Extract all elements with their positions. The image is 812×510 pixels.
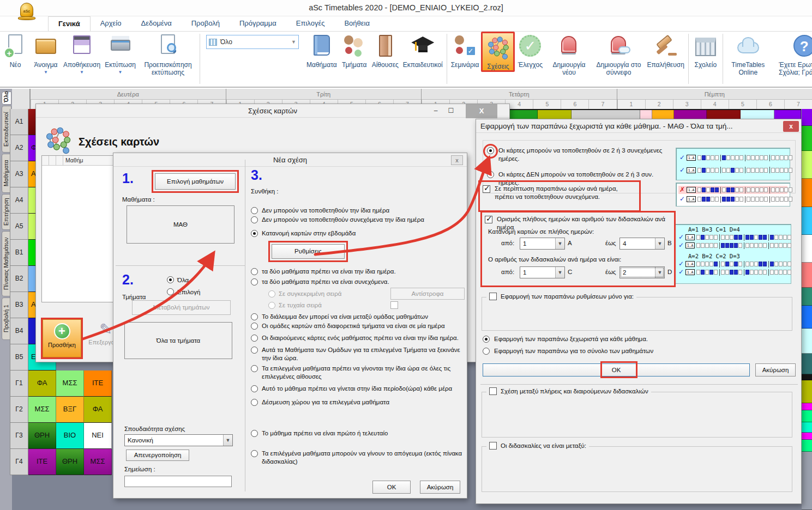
menu-tab-4[interactable]: Πρόγραμμα bbox=[230, 16, 286, 31]
classes-value-box[interactable]: Όλα τα τμήματα bbox=[124, 322, 232, 359]
radio-apply-each[interactable]: Εφαρμογή των παραπάνω ξεχωριστά για κάθε… bbox=[483, 335, 701, 343]
timetable-cell[interactable]: ΘΡΗ bbox=[56, 449, 84, 475]
maximize-button[interactable]: ☐ bbox=[444, 105, 458, 117]
reverse-button[interactable]: Αντίστροφα bbox=[390, 288, 465, 300]
square bbox=[755, 197, 759, 202]
square bbox=[787, 243, 791, 248]
toolbar-new[interactable]: +Νέο bbox=[0, 32, 31, 69]
lessons-to-select[interactable]: 2 ▼ bbox=[619, 266, 665, 278]
suboption-random-order[interactable]: Σε τυχαία σειρά bbox=[268, 301, 465, 309]
row-header: B3 bbox=[10, 292, 28, 318]
option-divided-same-day[interactable]: Οι διαιρούμενες κάρτες ενός μαθήματος πρ… bbox=[251, 334, 465, 342]
timetable-cell[interactable]: ΜΣΣ bbox=[84, 449, 112, 475]
menu-tab-1[interactable]: Αρχείο bbox=[91, 16, 131, 31]
days-from-select[interactable]: 1 ▼ bbox=[520, 238, 565, 250]
view-select[interactable]: Όλο▼ bbox=[206, 35, 299, 49]
minimize-button[interactable]: – bbox=[429, 105, 443, 117]
close-icon[interactable]: x bbox=[783, 121, 799, 132]
option-group-lessons-start-same-hour[interactable]: Αυτά τα Μαθήματα των Ομάδων για τα επιλε… bbox=[251, 346, 465, 362]
toolbar-generate-new[interactable]: Δημιουργία νέου bbox=[545, 32, 592, 76]
change-classes-button[interactable]: Μεταβολή τμημάτων bbox=[132, 300, 231, 315]
ok-button[interactable]: OK bbox=[483, 363, 750, 377]
check-icon: ✓ bbox=[517, 33, 543, 60]
option-same-hour-all-rooms[interactable]: Τα επιλεγμένα μαθήματα πρέπει να γίνοντα… bbox=[251, 365, 465, 381]
timetable-cell[interactable]: ΙΤΕ bbox=[84, 371, 112, 397]
side-tab-0[interactable]: Όλο bbox=[2, 92, 11, 105]
chevron-down-icon: ▼ bbox=[291, 39, 296, 45]
subjects-value-box[interactable]: ΜΑΘ bbox=[127, 205, 234, 244]
timetable-cell[interactable]: ΒΙΟ bbox=[56, 423, 84, 449]
option-not-same-day[interactable]: Δεν μπορούν να τοποθετηθούν την ίδια ημέ… bbox=[251, 207, 465, 215]
toolbar-generate-cloud[interactable]: Δημιουργία στο σύννεφο bbox=[592, 32, 645, 76]
lessons-from-select[interactable]: 1 ▼ bbox=[520, 266, 565, 278]
note-input[interactable] bbox=[124, 476, 232, 487]
select-subjects-button[interactable]: Επιλογή μαθημάτων bbox=[155, 173, 236, 190]
menu-tab-2[interactable]: Δεδομένα bbox=[131, 16, 181, 31]
option-same-period-every-day[interactable]: Αυτό το μάθημα πρέπει να γίνεται στην ίδ… bbox=[251, 385, 465, 393]
cancel-button[interactable]: Ακύρωση bbox=[420, 481, 460, 494]
generate-cloud-icon bbox=[605, 33, 631, 60]
timetable-cell[interactable]: ΙΤΕ bbox=[28, 449, 56, 475]
timetable-cell[interactable]: ΝΕΙ bbox=[84, 423, 112, 449]
toolbar-school[interactable]: Σχολείο bbox=[690, 32, 721, 69]
toolbar-classrooms[interactable]: Αίθουσες bbox=[370, 32, 401, 69]
option-break-not-between[interactable]: Το διάλειμμα δεν μπορεί να είναι μεταξύ … bbox=[251, 313, 465, 321]
toolbar-print-preview[interactable]: Προεπισκόπηση εκτύπωσης bbox=[138, 32, 198, 76]
radio-can-2-3-days[interactable]: Οι κάρτες μπορούν να τοποθετηθούν σε 2 ή… bbox=[487, 147, 667, 163]
option-afternoon[interactable]: Τα επιλέγμένα μαθήματα μπορούν να γίνουν… bbox=[251, 450, 465, 466]
option-groups-one-day[interactable]: Οι ομάδες καρτών από διαφορετικά τμήματα… bbox=[251, 322, 465, 330]
ok-button[interactable]: OK bbox=[372, 481, 411, 494]
menu-tab-3[interactable]: Προβολή bbox=[182, 16, 230, 31]
timetable-cell[interactable]: ΜΣΣ bbox=[28, 397, 56, 423]
asc-bell-icon[interactable]: aSc bbox=[16, 2, 37, 25]
deactivate-button[interactable]: Απενεργοποίηση bbox=[126, 450, 189, 461]
toolbar-open[interactable]: Άνοιγμα▼ bbox=[31, 32, 61, 75]
option-consecutive[interactable]: τα δύο μαθήματα πρέπει να είναι συνεχόμε… bbox=[251, 278, 465, 286]
option-distribute-week[interactable]: Κατανομή καρτών στην εβδομάδα bbox=[251, 229, 465, 238]
checkbox-full-divided[interactable]: Σχέση μεταξύ πλήρεις και διαιρούμενων δι… bbox=[486, 387, 651, 395]
menu-tab-5[interactable]: Επιλογές bbox=[286, 16, 335, 31]
days-to-select[interactable]: 4 ▼ bbox=[619, 238, 665, 250]
option-same-day[interactable]: τα δύο μαθήματα πρέπει να είναι την ίδια… bbox=[251, 268, 465, 276]
add-relation-button[interactable]: + Προσθήκη bbox=[43, 319, 81, 357]
timetable-cell[interactable]: ΒΞΓ bbox=[56, 397, 84, 423]
toolbar-check[interactable]: ✓Έλεγχος bbox=[515, 32, 545, 69]
toolbar-relations[interactable]: Σχέσεις bbox=[481, 32, 515, 72]
toolbar-seminars[interactable]: ✓Σεμινάρια bbox=[449, 32, 482, 69]
cancel-button[interactable]: Ακύρωση bbox=[755, 363, 796, 377]
radio-apply-all[interactable]: Εφαρμογή των παραπάνω για το σύνολο των … bbox=[483, 347, 701, 355]
relations-list[interactable]: Μαθήμ bbox=[41, 155, 113, 302]
menu-tab-0[interactable]: Γενικά bbox=[48, 16, 91, 31]
divided-checkbox[interactable] bbox=[390, 301, 465, 309]
toolbar-tt-online[interactable]: TimeTables Online bbox=[725, 32, 772, 76]
timetable-cell[interactable]: ΜΣΣ bbox=[56, 371, 84, 397]
checkbox-consecutive[interactable]: Σε περίπτωση παραπάνω ωρών ανά ημέρα, πρ… bbox=[483, 185, 636, 201]
toolbar-save[interactable]: Αποθήκευση▼ bbox=[61, 32, 103, 75]
option-reserve-space[interactable]: Δέσμευση χώρου για τα επιλεγμένα μαθήματ… bbox=[251, 398, 465, 406]
timetable-cell[interactable]: ΘΡΗ bbox=[28, 423, 56, 449]
timetable-cell[interactable]: ΦΑ bbox=[84, 397, 112, 423]
suboption-specific-order[interactable]: Σε συγκεκριμένη σειρά Αντίστροφα bbox=[268, 288, 465, 300]
toolbar-teachers[interactable]: Εκπαιδευτικοί bbox=[401, 32, 445, 69]
option-not-consecutive-same-day[interactable]: Δεν μπορούν να τοποθετηθούν συνεχόμενα τ… bbox=[251, 216, 465, 224]
checkbox-only-for[interactable]: Εφαρμογή των παραπάνω ρυθμίσεων μόνο για… bbox=[486, 293, 636, 300]
toolbar-verify[interactable]: Επαλήθευση bbox=[645, 32, 686, 69]
importance-select[interactable]: Κανονική ▼ bbox=[124, 434, 233, 446]
timetable-cell[interactable]: ΦΑ bbox=[28, 371, 56, 397]
only-for-groupbox: Εφαρμογή των παραπάνω ρυθμίσεων μόνο για… bbox=[482, 297, 792, 331]
preview-panel-3: A=1 B=3 C=1 D=4 ✓1.A ✓1.A A=2 B=2 C=2 D=… bbox=[675, 224, 791, 284]
radio-all-classes[interactable]: Όλα bbox=[167, 276, 189, 283]
option-first-or-last[interactable]: Το μάθημα πρέπει να είναι πρώτο ή τελευτ… bbox=[251, 429, 465, 438]
toolbar-subjects[interactable]: Μαθήματα bbox=[304, 32, 339, 69]
close-button[interactable]: X bbox=[466, 104, 497, 118]
radio-selection-classes[interactable]: Επιλογή bbox=[167, 288, 200, 295]
toolbar-label: Προεπισκόπηση εκτύπωσης bbox=[140, 61, 196, 76]
square bbox=[783, 262, 787, 266]
close-icon[interactable]: x bbox=[451, 155, 463, 165]
toolbar-print[interactable]: Εκτύπωση▼ bbox=[103, 32, 138, 75]
toolbar-classes[interactable]: Τμήματα bbox=[339, 32, 370, 69]
toolbar-questions[interactable]: ?Έχετε Ερωτήσεις Σχόλια; Γράψτε μ bbox=[772, 32, 812, 76]
settings-button[interactable]: Ρυθμίσεις bbox=[272, 244, 345, 259]
checkbox-between[interactable]: Οι διδασκαλίες να είναι μεταξύ: bbox=[486, 442, 589, 450]
menu-tab-6[interactable]: Βοήθεια bbox=[334, 16, 380, 31]
